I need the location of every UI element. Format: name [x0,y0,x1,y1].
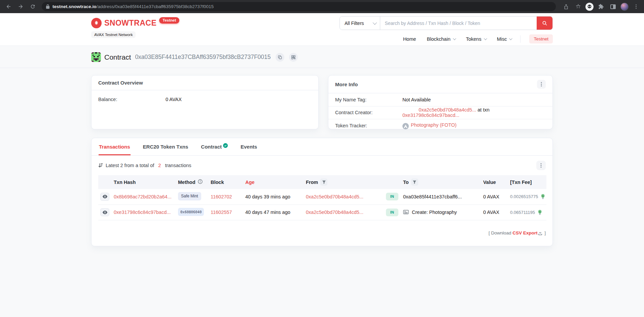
creator-txn-link[interactable]: 0xe31798c6c84c97bacd... [402,113,459,118]
csv-export-row: [ Download CSV Export ] [98,225,546,241]
tab-transactions[interactable]: Transactions [99,138,131,155]
site-header: SNOWTRACE Testnet AVAX Testnet Network A… [0,13,644,46]
column-block: Block [209,175,243,189]
transaction-row: 0xe31798c6c84c97bacd... 0x60806040 11602… [98,204,546,220]
csv-export-link[interactable]: CSV Export [512,230,537,235]
back-icon[interactable] [3,2,13,12]
from-address-link[interactable]: 0xa2c5e0bd70b48a4cd5... [306,210,363,215]
more-info-card-title: More Info [335,82,358,87]
main-content: Contract 0xa03E85F4411e37CBAff635975bf38… [0,46,644,317]
tab-erc20-token-txns[interactable]: ERC20 Token Txns [143,138,189,155]
search-bar: All Filters [339,16,553,30]
browser-menu-icon[interactable] [631,2,641,11]
chevron-down-icon [372,21,377,25]
nav-item-blockchain[interactable]: Blockchain [427,36,455,42]
to-filter-icon[interactable] [411,179,418,186]
gas-bulb-icon: $ [540,194,545,199]
contract-overview-card: Contract Overview Balance: 0 AVAX [91,75,319,129]
transactions-summary: Latest 2 from a total of 2 transactions [98,163,191,168]
browser-profile-avatar[interactable] [620,3,629,11]
brand-name[interactable]: SNOWTRACE [104,18,156,28]
column-method: Method [176,175,209,189]
sort-icon [98,163,103,168]
to-address: 0xa03e85f4411e37cbaff6... [403,194,462,199]
search-filter-label: All Filters [345,21,364,26]
nav-item-home[interactable]: Home [403,36,416,42]
nav-item-misc[interactable]: Misc [497,36,512,42]
txn-fee: 0.065711195 [510,210,535,215]
direction-badge: IN [386,209,398,216]
nav-divider [520,35,521,43]
contract-identicon [91,52,101,62]
txn-hash-link[interactable]: 0xe31798c6c84c97bacd... [114,210,171,215]
svg-text:$: $ [539,210,541,213]
token-logo-icon [402,123,409,129]
overview-card-title: Contract Overview [98,80,143,86]
page-title: Contract [104,53,131,61]
direction-badge: IN [386,193,398,200]
contract-creator-label: Contract Creator: [335,110,402,115]
bookmark-star-icon[interactable] [573,2,583,11]
search-input[interactable] [380,17,537,30]
snowtrace-logo-icon[interactable] [91,18,102,28]
column-eye [98,175,112,189]
chevron-down-icon [509,37,512,40]
balance-label: Balance: [98,97,166,102]
preview-txn-button[interactable] [100,193,109,201]
reload-icon[interactable] [28,2,38,12]
token-tracker-link[interactable]: Photography (FOTO) [411,122,457,128]
tab-events[interactable]: Events [240,138,257,155]
verified-check-icon [223,143,228,148]
to-address: Create: Photography [412,210,457,215]
transaction-row: 0x8b698ac72bd20b2a64... Safe Mint 116027… [98,189,546,204]
nav-testnet-badge[interactable]: Testnet [529,34,553,43]
txn-value: 0 AVAX [483,194,499,199]
search-filter-dropdown[interactable]: All Filters [340,17,380,30]
transactions-card: Transactions ERC20 Token Txns Contract E… [91,138,553,246]
info-icon[interactable] [198,179,203,185]
name-tag-label: My Name Tag: [335,97,402,102]
share-icon[interactable] [561,2,571,11]
nav-item-tokens[interactable]: Tokens [466,36,486,42]
qr-code-button[interactable] [289,53,298,62]
token-tracker-label: Token Tracker: [335,123,402,128]
column-direction [384,175,401,189]
creator-address-link[interactable]: 0xa2c5e0bd70b48a4cd5... [419,107,476,113]
column-age[interactable]: Age [243,175,304,189]
txn-value: 0 AVAX [483,210,499,215]
from-filter-icon[interactable] [320,179,327,186]
url-bar[interactable]: testnet.snowtrace.io/address/0xa03e85f44… [42,2,556,11]
more-info-card: More Info My Name Tag: Not Available Con… [328,75,553,129]
block-link[interactable]: 11602702 [211,194,232,199]
column-from: From [304,175,384,189]
txn-hash-link[interactable]: 0x8b698ac72bd20b2a64... [114,194,172,199]
main-nav: Home Blockchain Tokens Misc Testnet [339,34,553,43]
copy-address-button[interactable] [276,53,284,62]
from-address-link[interactable]: 0xa2c5e0bd70b48a4cd5... [306,194,363,199]
block-link[interactable]: 11602557 [211,210,232,215]
forward-icon[interactable] [15,2,26,12]
table-menu-button[interactable] [536,161,546,170]
extension-owl-icon[interactable] [585,3,594,11]
creator-separator: at txn [476,107,491,113]
txn-fee: 0.0026515775 [510,194,538,199]
svg-text:$: $ [542,195,544,197]
extensions-puzzle-icon[interactable] [596,2,606,11]
more-info-menu-button[interactable] [537,80,546,89]
brand-testnet-badge: Testnet [159,17,179,24]
method-badge: Safe Mint [178,192,201,200]
search-button[interactable] [537,17,552,30]
column-txn-hash: Txn Hash [112,175,176,189]
chevron-down-icon [453,37,456,40]
column-to: To [401,175,481,189]
column-value: Value [481,175,508,189]
preview-txn-button[interactable] [100,208,109,216]
transactions-table: Txn Hash Method Block Age From To Value [98,175,546,220]
side-panel-icon[interactable] [608,2,618,11]
lock-icon [46,4,50,9]
contract-address: 0xa03E85F4411e37CBAff635975bf38cB2737F00… [135,54,271,61]
chevron-down-icon [484,37,487,40]
download-icon [538,231,542,235]
tab-contract[interactable]: Contract [201,138,228,155]
gas-bulb-icon: $ [537,210,542,215]
